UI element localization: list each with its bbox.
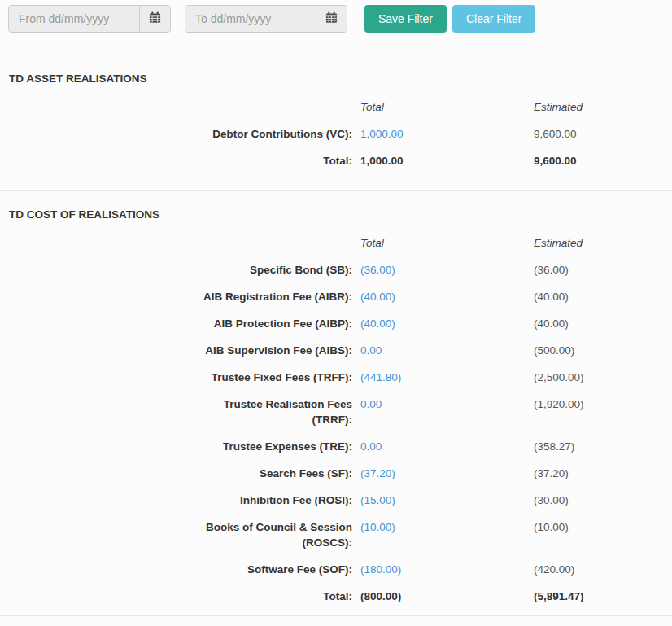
fee-row-label: Debtor Contributions (VC): bbox=[0, 126, 356, 142]
fee-row-estimated-value: (2,500.00) bbox=[534, 370, 672, 385]
column-header-row: Total Estimated bbox=[0, 99, 672, 115]
total-row-label: Total: bbox=[0, 153, 356, 169]
section-rows: Specific Bond (SB): (36.00) (36.00) AIB … bbox=[0, 262, 672, 577]
section-title: TD COST OF REALISATIONS bbox=[9, 208, 672, 221]
fee-row-label: AIB Registration Fee (AIBR): bbox=[0, 289, 356, 304]
to-date-group bbox=[185, 5, 347, 33]
report-section: TD COST OF REALISATIONS Total Estimated … bbox=[0, 190, 672, 604]
to-date-calendar-button[interactable] bbox=[316, 6, 347, 32]
section-divider bbox=[0, 55, 672, 55]
fee-row: AIB Protection Fee (AIBP): (40.00) (40.0… bbox=[0, 316, 672, 331]
fee-row-label: Specific Bond (SB): bbox=[0, 262, 356, 278]
filter-bar: Save Filter Clear Filter bbox=[0, 0, 672, 33]
column-header-row: Total Estimated bbox=[0, 235, 672, 251]
report-section: TD ASSET REALISATIONS Total Estimated De… bbox=[0, 55, 672, 169]
column-header-total: Total bbox=[356, 99, 534, 115]
fee-row: Inhibition Fee (ROSI): (15.00) (30.00) bbox=[0, 492, 672, 508]
total-row-label: Total: bbox=[0, 589, 356, 604]
fee-row-estimated-value: (36.00) bbox=[534, 262, 672, 278]
fee-row: AIB Supervision Fee (AIBS): 0.00 (500.00… bbox=[0, 343, 672, 358]
total-row-estimated-value: 9,600.00 bbox=[534, 153, 672, 169]
fee-row-total-link[interactable]: (180.00) bbox=[360, 563, 401, 576]
fee-row-total-link[interactable]: 0.00 bbox=[360, 398, 382, 410]
total-row-estimated-value: (5,891.47) bbox=[534, 589, 672, 604]
column-header-spacer bbox=[0, 235, 356, 251]
from-date-input[interactable] bbox=[9, 6, 139, 32]
fee-row-estimated-value: (10.00) bbox=[534, 519, 672, 550]
fee-row-total-link[interactable]: (36.00) bbox=[360, 264, 395, 276]
fee-row: Software Fee (SOF): (180.00) (420.00) bbox=[0, 562, 672, 577]
column-header-spacer bbox=[0, 99, 356, 115]
column-header-estimated: Estimated bbox=[534, 235, 672, 251]
fee-row-estimated-value: (30.00) bbox=[534, 492, 672, 508]
calendar-icon bbox=[325, 11, 338, 26]
fee-row: Books of Council & Session (ROSCS): (10.… bbox=[0, 519, 672, 550]
fee-row-estimated-value: (500.00) bbox=[534, 343, 672, 358]
fee-row-estimated-value: (358.27) bbox=[534, 439, 672, 454]
fee-row-label: AIB Supervision Fee (AIBS): bbox=[0, 343, 356, 358]
fee-row-label: Books of Council & Session (ROSCS): bbox=[0, 519, 356, 550]
fee-row-label: Trustee Fixed Fees (TRFF): bbox=[0, 370, 356, 385]
total-row-total-value: 1,000.00 bbox=[356, 153, 534, 169]
save-filter-button[interactable]: Save Filter bbox=[364, 5, 447, 33]
fee-row: AIB Registration Fee (AIBR): (40.00) (40… bbox=[0, 289, 672, 304]
fee-row-total-link[interactable]: (441.80) bbox=[360, 371, 401, 383]
fee-row: Search Fees (SF): (37.20) (37.20) bbox=[0, 466, 672, 481]
report-sections: TD ASSET REALISATIONS Total Estimated De… bbox=[0, 55, 672, 604]
bottom-divider bbox=[0, 615, 672, 616]
fee-row-total-link[interactable]: (37.20) bbox=[360, 467, 395, 479]
total-row-total-value: (800.00) bbox=[356, 589, 534, 604]
fee-row-total-link[interactable]: (15.00) bbox=[360, 494, 395, 506]
fee-row-estimated-value: (40.00) bbox=[534, 316, 672, 331]
fee-row-total-link[interactable]: 0.00 bbox=[360, 344, 382, 357]
fee-row-label: Trustee Expenses (TRE): bbox=[0, 439, 356, 454]
fee-row-total-link[interactable]: (10.00) bbox=[360, 521, 395, 533]
fee-row-total-link[interactable]: 1,000.00 bbox=[360, 128, 404, 140]
fee-row-estimated-value: (40.00) bbox=[534, 289, 672, 304]
fee-row: Debtor Contributions (VC): 1,000.00 9,60… bbox=[0, 126, 672, 142]
fee-row-label: Inhibition Fee (ROSI): bbox=[0, 492, 356, 508]
section-title: TD ASSET REALISATIONS bbox=[9, 72, 672, 85]
from-date-calendar-button[interactable] bbox=[139, 6, 170, 32]
fee-row-estimated-value: (1,920.00) bbox=[534, 396, 672, 427]
fee-row-label: AIB Protection Fee (AIBP): bbox=[0, 316, 356, 331]
clear-filter-button[interactable]: Clear Filter bbox=[452, 5, 535, 33]
fee-row-estimated-value: (420.00) bbox=[534, 562, 672, 577]
fee-row: Specific Bond (SB): (36.00) (36.00) bbox=[0, 262, 672, 278]
fee-row-total-link[interactable]: (40.00) bbox=[360, 291, 395, 303]
fee-row-label: Search Fees (SF): bbox=[0, 466, 356, 481]
fee-row-label: Software Fee (SOF): bbox=[0, 562, 356, 577]
section-rows: Debtor Contributions (VC): 1,000.00 9,60… bbox=[0, 126, 672, 142]
section-total-row: Total: (800.00) (5,891.47) bbox=[0, 589, 672, 604]
calendar-icon bbox=[149, 11, 161, 26]
fee-report-page: Save Filter Clear Filter TD ASSET REALIS… bbox=[0, 0, 672, 626]
fee-row: Trustee Expenses (TRE): 0.00 (358.27) bbox=[0, 439, 672, 454]
fee-row: Trustee Realisation Fees (TRRF): 0.00 (1… bbox=[0, 396, 672, 427]
fee-row-total-link[interactable]: (40.00) bbox=[360, 317, 395, 330]
from-date-group bbox=[8, 5, 171, 33]
column-header-total: Total bbox=[356, 235, 534, 251]
section-divider bbox=[0, 190, 672, 191]
fee-row-total-link[interactable]: 0.00 bbox=[360, 440, 382, 453]
fee-row-estimated-value: (37.20) bbox=[534, 466, 672, 481]
column-header-estimated: Estimated bbox=[534, 99, 672, 115]
to-date-input[interactable] bbox=[185, 6, 316, 32]
fee-row: Trustee Fixed Fees (TRFF): (441.80) (2,5… bbox=[0, 370, 672, 385]
fee-row-estimated-value: 9,600.00 bbox=[534, 126, 672, 142]
fee-row-label: Trustee Realisation Fees (TRRF): bbox=[0, 396, 356, 427]
section-total-row: Total: 1,000.00 9,600.00 bbox=[0, 153, 672, 169]
